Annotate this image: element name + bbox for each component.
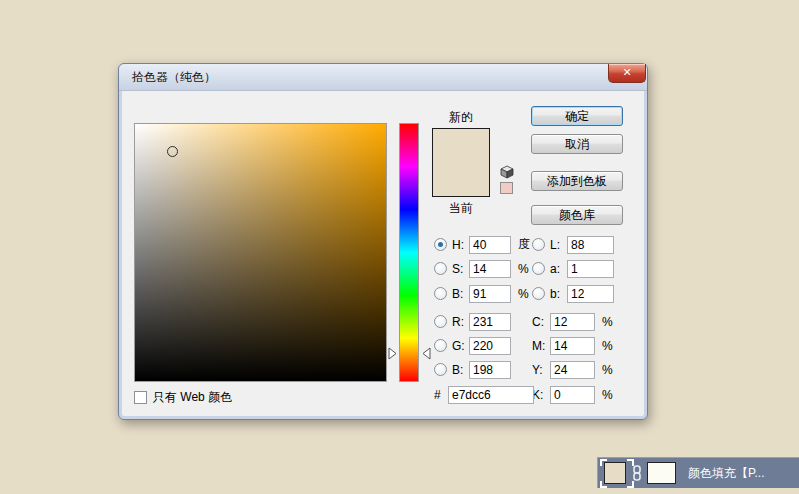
label-h: H: [452,238,469,252]
new-color-label: 新的 [432,109,490,126]
input-g[interactable] [469,337,511,355]
only-web-colors-label: 只有 Web 颜色 [153,389,232,406]
input-m[interactable] [550,337,595,355]
unit-c: % [602,315,613,329]
saturation-brightness-field[interactable] [134,123,387,382]
layer-mask-link-icon[interactable] [632,465,642,481]
desktop-canvas: 拾色器（纯色） ✕ 新的 当前 确定 取消 添加到色板 [0,0,799,494]
hue-slider[interactable] [399,123,419,382]
field-row-hex: # [434,385,534,404]
input-r[interactable] [469,313,511,331]
input-hex[interactable] [448,386,534,404]
selection-bracket [627,481,634,488]
close-icon: ✕ [622,66,631,78]
input-a[interactable] [567,260,614,278]
input-y[interactable] [550,361,595,379]
dialog-titlebar[interactable]: 拾色器（纯色） ✕ [119,64,647,91]
label-r: R: [452,315,469,329]
label-hex: # [434,388,448,402]
input-l[interactable] [567,236,614,254]
unit-y: % [602,363,613,377]
label-b-rgb: B: [452,363,469,377]
color-picker-dialog: 拾色器（纯色） ✕ 新的 当前 确定 取消 添加到色板 [118,63,648,420]
radio-l[interactable] [532,238,545,251]
hue-slider-left-arrow[interactable] [388,347,397,360]
cancel-button[interactable]: 取消 [531,134,623,154]
nearest-web-color-swatch[interactable] [500,182,513,194]
current-color-label: 当前 [432,200,490,217]
close-button[interactable]: ✕ [608,64,646,83]
layers-panel-row[interactable]: 颜色填充【P... [597,457,799,488]
unit-m: % [602,339,613,353]
dialog-title: 拾色器（纯色） [132,64,216,90]
selection-bracket [600,459,607,466]
label-y: Y: [532,363,548,377]
web-color-warning-cube-icon[interactable] [500,165,514,179]
layer-mask-thumbnail[interactable] [647,462,676,484]
input-h[interactable] [469,236,511,254]
input-c[interactable] [550,313,595,331]
radio-a[interactable] [532,262,545,275]
field-row-l: L: [532,235,614,254]
hue-slider-right-arrow[interactable] [422,347,431,360]
label-l: L: [550,238,567,252]
unit-b-hsb: % [518,287,529,301]
label-c: C: [532,315,548,329]
input-b-rgb[interactable] [469,361,511,379]
field-row-b-lab: b: [532,284,614,303]
unit-h: 度 [518,236,530,253]
input-k[interactable] [550,386,595,404]
field-row-k: K: % [532,385,613,404]
field-row-g: G: [434,336,511,355]
unit-k: % [602,388,613,402]
input-b-lab[interactable] [567,285,614,303]
layer-name: 颜色填充【P... [688,458,764,489]
field-row-s: S: % [434,259,529,278]
field-row-r: R: [434,312,511,331]
field-row-m: M: % [532,336,613,355]
field-row-b-hsb: B: % [434,284,529,303]
radio-h[interactable] [434,238,447,251]
radio-s[interactable] [434,262,447,275]
layer-color-thumbnail[interactable] [604,462,626,484]
radio-g[interactable] [434,339,447,352]
label-m: M: [532,339,548,353]
radio-b-lab[interactable] [532,287,545,300]
only-web-colors-checkbox[interactable] [134,391,147,404]
radio-b-hsb[interactable] [434,287,447,300]
label-b-lab: b: [550,287,567,301]
color-field-marker[interactable] [167,146,178,157]
label-b-hsb: B: [452,287,469,301]
input-b-hsb[interactable] [469,285,511,303]
field-row-a: a: [532,259,614,278]
label-s: S: [452,262,469,276]
label-g: G: [452,339,469,353]
field-row-c: C: % [532,312,613,331]
input-s[interactable] [469,260,511,278]
field-row-b-rgb: B: [434,360,511,379]
add-to-swatches-button[interactable]: 添加到色板 [531,171,623,191]
radio-r[interactable] [434,315,447,328]
unit-s: % [518,262,529,276]
field-row-y: Y: % [532,360,613,379]
only-web-colors-row: 只有 Web 颜色 [134,389,232,406]
new-current-color-swatch [432,128,490,197]
color-libraries-button[interactable]: 颜色库 [531,205,623,225]
label-k: K: [532,388,548,402]
field-row-h: H: 度 [434,235,530,254]
label-a: a: [550,262,567,276]
ok-button[interactable]: 确定 [531,106,623,126]
selection-bracket [600,481,607,488]
radio-b-rgb[interactable] [434,363,447,376]
